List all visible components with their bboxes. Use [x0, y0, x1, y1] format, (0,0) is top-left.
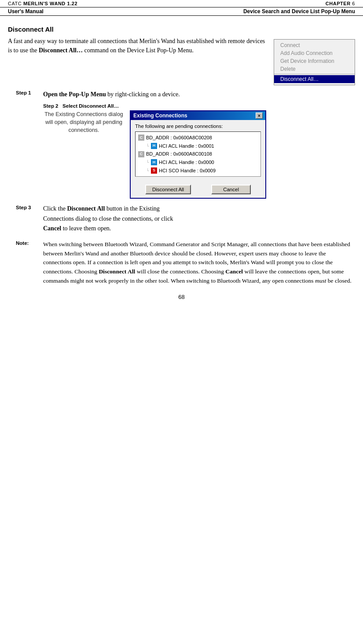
existing-connections-dialog: Existing Connections × The following are… [130, 110, 266, 199]
note-text2: will close the connections. Choosing [135, 268, 225, 275]
note-content: When switching between Bluetooth Wizard,… [43, 240, 355, 286]
header-app-prefix: CATC [8, 1, 23, 6]
step3-spacer: Step 3 [16, 204, 43, 233]
tree-icon: H [151, 143, 157, 149]
tree-connector-icon: └ [146, 159, 149, 166]
tree-icon: S [151, 167, 157, 174]
popup-divider [274, 74, 355, 74]
dialog-buttons: Disconnect All Cancel [131, 183, 265, 198]
tree-connector-icon: └ [146, 167, 149, 175]
step1-post: by right-clicking on a device. [106, 91, 180, 98]
tree-item: └HHCI ACL Handle : 0x0001 [138, 142, 258, 150]
page-content: Disconnect All A fast and easy way to te… [0, 16, 363, 313]
subheader-section: Device Search and Device List Pop-Up Men… [243, 8, 355, 15]
note-text4: be closed. [326, 277, 351, 284]
cancel-button[interactable]: Cancel [211, 185, 251, 194]
popup-item-delete: Delete [274, 65, 355, 73]
tree-label: HCI SCO Handle : 0x0009 [159, 167, 216, 175]
page-header: CATC Merlin's Wand 1.22 Chapter 6 [0, 0, 363, 7]
tree-label: HCI ACL Handle : 0x0000 [159, 158, 214, 167]
step3-bold2: Cancel [43, 225, 61, 232]
tree-label: HCI ACL Handle : 0x0001 [159, 142, 214, 150]
step2-spacer [16, 103, 43, 199]
tree-item: CBD_ADDR : 0x0600A8C00208 [138, 134, 258, 142]
tree-item: └SHCI SCO Handle : 0x0009 [138, 167, 258, 175]
tree-item: CBD_ADDR : 0x0600A8C00108 [138, 150, 258, 158]
popup-menu: Connect Add Audio Connection Get Device … [274, 39, 355, 85]
step2-description: The Existing Connections dialog will ope… [43, 110, 125, 199]
subheader-manual: User's Manual [8, 8, 44, 15]
tree-label: BD_ADDR : 0x0600A8C00108 [146, 150, 212, 158]
header-left: CATC Merlin's Wand 1.22 [8, 1, 77, 6]
intro-text: A fast and easy way to terminate all con… [8, 36, 266, 85]
header-right: Chapter 6 [326, 1, 355, 6]
popup-item-get-device-info: Get Device Information [274, 57, 355, 65]
step3-bold1: Disconnect All [67, 205, 105, 212]
page-number: 68 [8, 294, 355, 300]
tree-icon: C [138, 151, 144, 157]
note-italic: must [315, 277, 326, 284]
step2-bold: Disconnect All… [79, 103, 119, 109]
dialog-tree: CBD_ADDR : 0x0600A8C00208└HHCI ACL Handl… [135, 131, 261, 177]
note-label: Note: [16, 240, 43, 286]
step2-body: The Existing Connections dialog will ope… [43, 110, 355, 199]
step1-label: Step 1 [16, 90, 43, 99]
dialog-titlebar: Existing Connections × [131, 111, 265, 120]
note-bold2: Cancel [225, 268, 243, 275]
intro-bold: Disconnect All… [39, 47, 83, 54]
dialog-pending-label: The following are pending connections: [135, 124, 261, 129]
step1-content: Open the Pop-Up Menu by right-clicking o… [43, 90, 355, 99]
dialog-body: The following are pending connections: C… [131, 120, 265, 183]
step3-label: Step 3 [16, 205, 31, 210]
step2-pre: Select [62, 103, 79, 109]
header-app-title: Merlin's Wand 1.22 [23, 1, 77, 6]
step1-row: Step 1 Open the Pop-Up Menu by right-cli… [16, 90, 355, 99]
header-chapter-number: 6 [352, 1, 355, 6]
tree-icon: C [138, 135, 144, 141]
tree-item: └HHCI ACL Handle : 0x0000 [138, 158, 258, 167]
step3-post2: to leave them open. [61, 225, 111, 232]
step2-area: Step 2 Select Disconnect All… The Existi… [16, 103, 355, 199]
header-chapter-label: Chapter [326, 1, 352, 6]
step3-content: Click the Disconnect All button in the E… [43, 204, 175, 233]
tree-connector-icon: └ [146, 142, 149, 150]
step3-row: Step 3 Click the Disconnect All button i… [16, 204, 355, 233]
popup-item-connect: Connect [274, 41, 355, 49]
tree-icon: H [151, 159, 157, 165]
intro-row: A fast and easy way to terminate all con… [8, 36, 355, 85]
dialog-close-button[interactable]: × [256, 113, 263, 119]
note-bold1: Disconnect All [99, 268, 135, 275]
popup-item-disconnect-all: Disconnect All… [274, 75, 355, 83]
page-subheader: User's Manual Device Search and Device L… [0, 7, 363, 16]
step1-bold: Open the Pop-Up Menu [43, 91, 106, 98]
intro-text-post: command on the Device List Pop-Up Menu. [83, 47, 194, 54]
section-title: Disconnect All [8, 25, 355, 33]
note-row: Note: When switching between Bluetooth W… [16, 240, 355, 286]
step2-label-text: Step 2 [43, 103, 59, 109]
step3-pre: Click the [43, 205, 67, 212]
popup-item-add-audio: Add Audio Connection [274, 49, 355, 57]
dialog-title: Existing Connections [133, 113, 187, 119]
tree-label: BD_ADDR : 0x0600A8C00208 [146, 134, 212, 142]
disconnect-all-button[interactable]: Disconnect All [145, 185, 191, 194]
step2-label: Step 2 Select Disconnect All… [43, 103, 355, 109]
step2-main: Step 2 Select Disconnect All… The Existi… [43, 103, 355, 199]
